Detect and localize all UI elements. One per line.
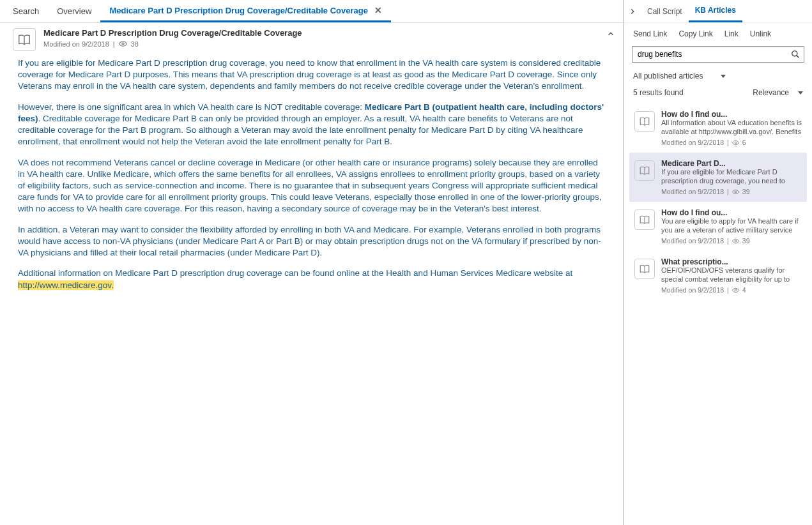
result-title: How do I find ou... <box>661 208 802 217</box>
result-item[interactable]: How do I find ou...All information about… <box>629 103 807 153</box>
kb-sidebar: Call Script KB Articles Send Link Copy L… <box>624 0 812 525</box>
svg-point-1 <box>792 51 797 56</box>
book-icon <box>634 259 655 279</box>
expand-icon[interactable] <box>624 7 641 16</box>
result-snippet: If you are eligible for Medicare Part D … <box>661 168 802 186</box>
result-item[interactable]: What prescriptio...OEF/OIF/OND/OFS veter… <box>629 251 807 300</box>
chevron-down-icon <box>798 91 803 95</box>
result-item[interactable]: Medicare Part D...If you are eligible fo… <box>629 153 807 202</box>
svg-point-2 <box>735 142 737 144</box>
modified-date: Modified on 9/2/2018 <box>43 40 109 48</box>
article-title: Medicare Part D Prescription Drug Covera… <box>43 28 302 38</box>
result-meta: Modified on 9/2/2018|39 <box>661 188 802 195</box>
results-count: 5 results found <box>633 88 684 97</box>
modified-date: Modified on 9/2/2018 <box>661 188 724 195</box>
svg-point-0 <box>121 43 123 45</box>
eye-icon <box>732 139 739 146</box>
sidebar-actions: Send Link Copy Link Link Unlink <box>624 23 812 42</box>
result-meta: Modified on 9/2/2018|4 <box>661 286 802 294</box>
view-count: 39 <box>742 188 750 195</box>
result-title: Medicare Part D... <box>661 159 802 168</box>
svg-point-3 <box>735 191 737 193</box>
view-count: 6 <box>742 139 746 146</box>
result-title: What prescriptio... <box>661 257 802 266</box>
sort-dropdown[interactable]: Relevance <box>753 88 803 97</box>
sort-label: Relevance <box>753 88 789 97</box>
eye-icon <box>732 287 739 294</box>
filter-label: All published articles <box>633 72 703 80</box>
chevron-down-icon <box>721 75 726 78</box>
sidebar-header: Call Script KB Articles <box>624 0 812 23</box>
result-snippet: You are eligible to apply for VA health … <box>661 217 802 235</box>
book-icon <box>634 160 655 181</box>
tab-call-script[interactable]: Call Script <box>641 0 689 22</box>
eye-icon <box>119 40 127 48</box>
view-count: 39 <box>742 237 750 245</box>
tab-label: Medicare Part D Prescription Drug Covera… <box>109 6 368 15</box>
paragraph: In addition, a Veteran may want to consi… <box>18 224 605 259</box>
book-icon <box>634 111 655 132</box>
view-count: 4 <box>742 286 746 294</box>
paragraph: VA does not recommend Veterans cancel or… <box>18 157 605 215</box>
search-box <box>632 46 804 63</box>
modified-date: Modified on 9/2/2018 <box>661 286 724 294</box>
main-tabs: Search Overview Medicare Part D Prescrip… <box>0 0 623 23</box>
tab-kb-articles[interactable]: KB Articles <box>689 0 742 22</box>
link-action[interactable]: Link <box>724 29 739 38</box>
main-content-area: Search Overview Medicare Part D Prescrip… <box>0 0 624 525</box>
tab-search[interactable]: Search <box>4 0 48 22</box>
result-meta: Modified on 9/2/2018|6 <box>661 139 802 146</box>
close-icon[interactable]: ✕ <box>374 5 382 15</box>
result-snippet: OEF/OIF/OND/OFS veterans qualify for spe… <box>661 266 802 284</box>
result-meta: Modified on 9/2/2018|39 <box>661 237 802 245</box>
book-icon <box>13 28 36 51</box>
search-input[interactable] <box>632 50 787 59</box>
tab-label: Search <box>13 6 39 16</box>
result-item[interactable]: How do I find ou...You are eligible to a… <box>629 202 807 251</box>
eye-icon <box>732 238 739 245</box>
modified-date: Modified on 9/2/2018 <box>661 139 724 146</box>
unlink-action[interactable]: Unlink <box>750 29 771 38</box>
paragraph: However, there is one significant area i… <box>18 102 605 148</box>
paragraph: If you are eligible for Medicare Part D … <box>18 57 605 93</box>
article-body: If you are eligible for Medicare Part D … <box>0 55 623 307</box>
svg-point-4 <box>735 240 737 242</box>
article-meta: Modified on 9/2/2018 | 38 <box>43 40 302 48</box>
eye-icon <box>732 188 739 195</box>
view-count: 38 <box>131 40 139 48</box>
results-summary: 5 results found Relevance <box>624 83 812 101</box>
tab-article[interactable]: Medicare Part D Prescription Drug Covera… <box>100 0 391 22</box>
tab-label: Overview <box>57 6 91 16</box>
search-icon[interactable] <box>787 50 804 59</box>
collapse-icon[interactable] <box>606 29 615 38</box>
article-header: Medicare Part D Prescription Drug Covera… <box>0 23 623 55</box>
result-snippet: All information about VA education benef… <box>661 119 802 137</box>
send-link-action[interactable]: Send Link <box>633 29 667 38</box>
results-list: How do I find ou...All information about… <box>624 101 812 525</box>
filter-dropdown[interactable]: All published articles <box>624 66 812 83</box>
result-title: How do I find ou... <box>661 110 802 119</box>
tab-overview[interactable]: Overview <box>48 0 100 22</box>
svg-point-5 <box>735 289 737 291</box>
modified-date: Modified on 9/2/2018 <box>661 237 724 245</box>
book-icon <box>634 209 655 230</box>
paragraph: Additional information on Medicare Part … <box>18 268 605 291</box>
copy-link-action[interactable]: Copy Link <box>678 29 712 38</box>
highlighted-link[interactable]: http://www.medicare.gov. <box>18 280 114 290</box>
